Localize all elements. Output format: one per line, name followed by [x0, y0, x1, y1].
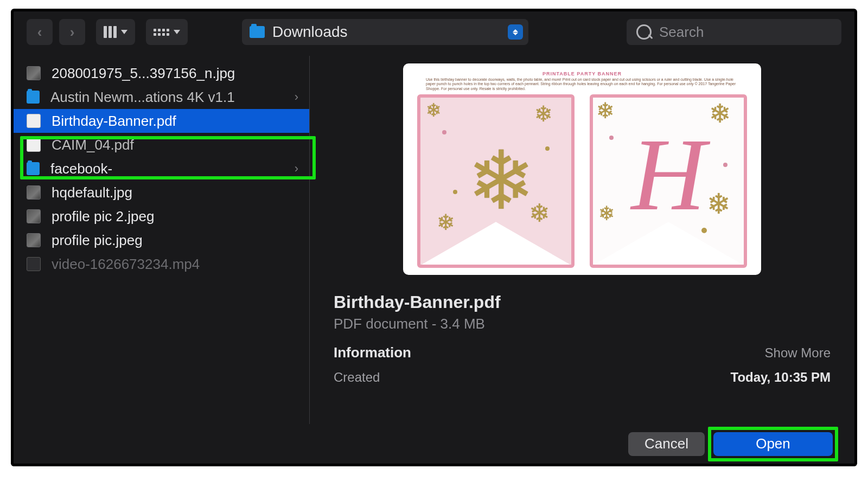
folder-icon — [27, 162, 40, 175]
preview-filename: Birthday-Banner.pdf — [334, 292, 831, 312]
image-icon — [27, 209, 41, 223]
file-row[interactable]: Birthday-Banner.pdf — [14, 109, 309, 133]
file-row[interactable]: 208001975_5...397156_n.jpg — [14, 61, 309, 85]
preview-panel: PRINTABLE PARTY BANNER Use this birthday… — [310, 56, 854, 464]
letter-h: H — [631, 144, 705, 206]
tutorial-highlight-open: Open — [708, 427, 838, 461]
view-grid-button[interactable] — [146, 19, 188, 45]
file-open-dialog: ‹ › Downloads Search — [11, 9, 857, 466]
video-icon — [27, 257, 41, 271]
file-name-label: profile pic.jpeg — [52, 232, 143, 249]
grid-icon — [154, 29, 169, 36]
file-name-label: Birthday-Banner.pdf — [52, 113, 176, 130]
file-row[interactable]: video-1626673234.mp4 — [14, 252, 309, 276]
preview-thumbnail: PRINTABLE PARTY BANNER Use this birthday… — [403, 63, 761, 275]
folder-icon — [27, 91, 40, 104]
file-name-label: CAIM_04.pdf — [52, 137, 134, 153]
pdf-icon — [27, 138, 41, 152]
created-value: Today, 10:35 PM — [731, 370, 831, 385]
location-label: Downloads — [272, 23, 348, 41]
search-input[interactable]: Search — [627, 19, 841, 45]
file-row[interactable]: facebook-› — [14, 157, 309, 181]
chevron-right-icon: › — [295, 162, 298, 176]
file-row[interactable]: Austin Newm...ations 4K v1.1› — [14, 85, 309, 109]
file-row[interactable]: hqdefault.jpg — [14, 181, 309, 204]
location-dropdown[interactable]: Downloads — [242, 19, 528, 45]
created-label: Created — [334, 370, 380, 385]
image-icon — [27, 66, 41, 80]
file-name-label: profile pic 2.jpeg — [52, 208, 154, 225]
file-name-label: Austin Newm...ations 4K v1.1 — [50, 89, 235, 106]
file-row[interactable]: CAIM_04.pdf — [14, 133, 309, 157]
show-more-link[interactable]: Show More — [765, 345, 831, 361]
image-icon — [27, 233, 41, 247]
file-name-label: facebook- — [50, 160, 112, 177]
image-icon — [27, 185, 41, 200]
search-placeholder: Search — [659, 24, 704, 41]
info-heading: Information — [334, 344, 411, 361]
doc-title: PRINTABLE PARTY BANNER — [413, 71, 751, 76]
chevron-right-icon: › — [295, 90, 298, 104]
file-name-label: hqdefault.jpg — [52, 184, 132, 201]
chevron-down-icon — [121, 30, 127, 34]
search-icon — [636, 24, 652, 40]
file-name-label: video-1626673234.mp4 — [52, 256, 200, 273]
open-button[interactable]: Open — [713, 432, 833, 456]
folder-icon — [250, 26, 265, 38]
dialog-footer: Cancel Open — [11, 424, 857, 466]
pdf-icon — [27, 114, 41, 128]
nav-back-button[interactable]: ‹ — [27, 19, 53, 45]
chevron-down-icon — [174, 30, 180, 34]
pennant-snowflake: ❄ ❄ ❄ ❄ ❄ — [417, 94, 575, 268]
nav-forward-button[interactable]: › — [59, 19, 85, 45]
up-down-arrows-icon — [508, 24, 523, 40]
file-list[interactable]: 208001975_5...397156_n.jpgAustin Newm...… — [14, 56, 310, 464]
view-columns-button[interactable] — [96, 19, 135, 45]
preview-filetype: PDF document - 3.4 MB — [334, 316, 831, 332]
doc-blurb: Use this birthday banner to decorate doo… — [426, 78, 738, 91]
toolbar: ‹ › Downloads Search — [14, 11, 854, 56]
file-row[interactable]: profile pic.jpeg — [14, 228, 309, 252]
cancel-button[interactable]: Cancel — [628, 432, 705, 456]
file-name-label: 208001975_5...397156_n.jpg — [52, 65, 235, 82]
file-row[interactable]: profile pic 2.jpeg — [14, 204, 309, 228]
pennant-letter-h: H ❄ ❄ ❄ ❄ — [590, 94, 747, 268]
columns-icon — [104, 26, 117, 38]
